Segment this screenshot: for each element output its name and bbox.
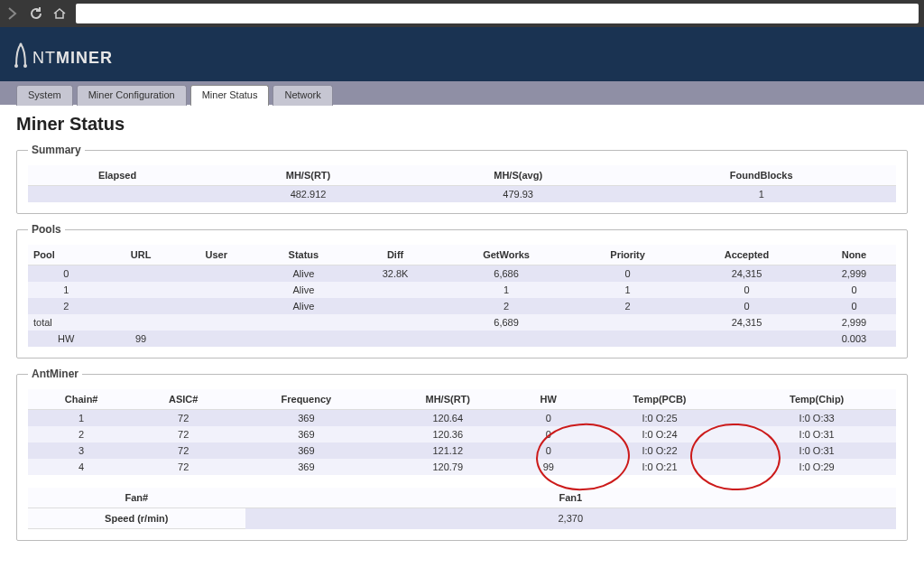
ant-h-temppcb: Temp(PCB) — [582, 389, 738, 410]
summary-h-foundblocks: FoundBlocks — [626, 165, 896, 186]
pools-h-status: Status — [255, 245, 352, 265]
refresh-icon[interactable] — [29, 6, 43, 21]
pools-h-getworks: GetWorks — [439, 245, 574, 265]
summary-h-elapsed: Elapsed — [28, 165, 207, 186]
table-row: 172369120.640I:0 O:25I:0 O:33 — [28, 410, 896, 427]
table-row: HW990.003 — [28, 331, 896, 347]
nav-forward-icon[interactable] — [5, 6, 20, 21]
tab-bar: System Miner Configuration Miner Status … — [0, 81, 924, 105]
fan-h-num: Fan# — [28, 488, 245, 508]
antminer-fieldset: AntMiner Chain# ASIC# Frequency MH/S(RT)… — [16, 368, 908, 541]
pools-h-accepted: Accepted — [681, 245, 812, 265]
pools-h-priority: Priority — [574, 245, 681, 265]
pools-h-url: URL — [104, 245, 177, 265]
table-row: total6,68924,3152,999 — [28, 314, 896, 331]
table-row: 472369120.7999I:0 O:21I:0 O:29 — [28, 459, 896, 475]
pools-table: Pool URL User Status Diff GetWorks Prior… — [28, 245, 896, 347]
browser-chrome — [0, 0, 924, 27]
tab-network[interactable]: Network — [273, 85, 332, 106]
fan-table: Fan# Fan1 Speed (r/min) 2,370 — [28, 488, 896, 529]
pools-h-pool: Pool — [28, 245, 104, 265]
pools-h-none: None — [812, 245, 896, 265]
svg-point-1 — [23, 64, 27, 68]
antminer-legend: AntMiner — [28, 368, 82, 380]
table-row: 272369120.360I:0 O:24I:0 O:31 — [28, 426, 896, 442]
tab-miner-status[interactable]: Miner Status — [190, 85, 270, 106]
pools-legend: Pools — [28, 223, 65, 236]
tab-miner-configuration[interactable]: Miner Configuration — [77, 85, 187, 106]
table-row: 0Alive32.8K6,686024,3152,999 — [28, 265, 896, 283]
table-row: 372369121.120I:0 O:22I:0 O:31 — [28, 442, 896, 459]
table-row: 1Alive1100 — [28, 282, 896, 298]
masthead: NTMINER — [0, 27, 924, 81]
pools-h-diff: Diff — [352, 245, 439, 265]
antminer-table: Chain# ASIC# Frequency MH/S(RT) HW Temp(… — [28, 389, 896, 475]
home-icon[interactable] — [52, 6, 67, 21]
ant-h-mhsrt: MH/S(RT) — [381, 389, 515, 410]
summary-mhsavg: 479.93 — [410, 186, 626, 203]
table-row: 2Alive2200 — [28, 298, 896, 314]
summary-mhsrt: 482.912 — [207, 186, 410, 203]
summary-fieldset: Summary Elapsed MH/S(RT) MH/S(avg) Found… — [16, 144, 908, 214]
summary-legend: Summary — [28, 144, 85, 156]
svg-point-2 — [20, 43, 23, 46]
ant-h-freq: Frequency — [232, 389, 380, 410]
svg-point-0 — [14, 64, 18, 68]
url-input[interactable] — [76, 4, 919, 23]
fan-speed-value: 2,370 — [245, 508, 897, 529]
pools-h-user: User — [178, 245, 255, 265]
ant-h-hw: HW — [515, 389, 582, 410]
summary-h-mhsavg: MH/S(avg) — [410, 165, 626, 186]
summary-table: Elapsed MH/S(RT) MH/S(avg) FoundBlocks 4… — [28, 165, 896, 202]
tab-system[interactable]: System — [16, 85, 73, 106]
fan-h-speed: Speed (r/min) — [28, 508, 245, 529]
pools-fieldset: Pools Pool URL User Status Diff GetWorks… — [16, 223, 908, 358]
fan-h-fan1: Fan1 — [245, 488, 897, 508]
ant-h-asic: ASIC# — [134, 389, 232, 410]
page-title: Miner Status — [16, 114, 908, 135]
summary-elapsed — [28, 186, 207, 203]
summary-h-mhsrt: MH/S(RT) — [207, 165, 410, 186]
ant-h-chain: Chain# — [28, 389, 134, 410]
brand-logo: NTMINER — [11, 41, 113, 68]
ant-h-tempchip: Temp(Chip) — [737, 389, 896, 410]
summary-foundblocks: 1 — [626, 186, 896, 203]
